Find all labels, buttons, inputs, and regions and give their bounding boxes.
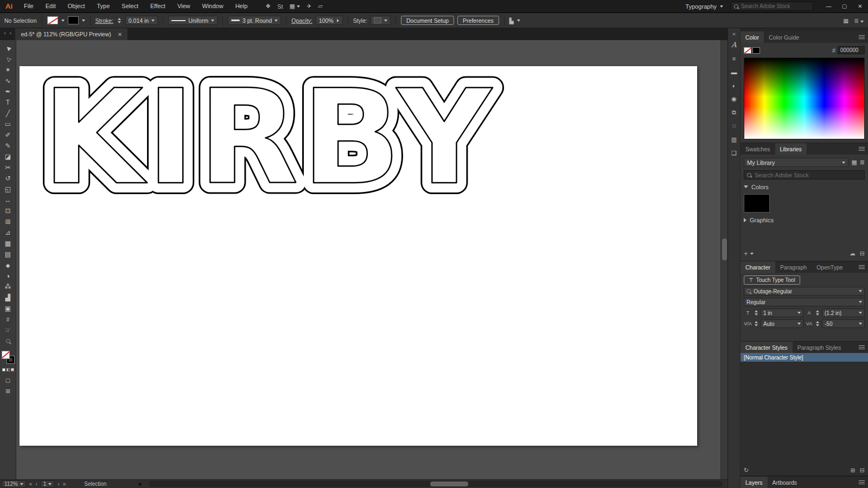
leading-field[interactable]: (1.2 in)	[822, 309, 865, 317]
stroke-label[interactable]: Stroke:	[95, 17, 113, 24]
vertical-scrollbar[interactable]	[720, 40, 727, 479]
tab-color-guide[interactable]: Color Guide	[764, 31, 804, 43]
pen-tool[interactable]: ✒	[1, 86, 15, 97]
menu-window[interactable]: Window	[196, 0, 229, 12]
menu-help[interactable]: Help	[229, 0, 254, 12]
next-artboard-icon[interactable]: ›	[58, 481, 59, 487]
menu-effect[interactable]: Effect	[144, 0, 171, 12]
color-panel-menu-icon[interactable]	[859, 35, 865, 39]
stroke-chevron-icon[interactable]	[82, 20, 85, 22]
stock-search-input[interactable]	[741, 3, 803, 9]
style-swatch-field[interactable]	[371, 16, 391, 25]
align-chevron-icon[interactable]	[517, 20, 520, 22]
draw-mode-icon[interactable]: ▢	[1, 375, 15, 386]
vertical-scrollbar-thumb[interactable]	[722, 239, 727, 260]
libraries-panel-menu-icon[interactable]	[859, 147, 865, 151]
grid-view-icon[interactable]: ▦	[851, 159, 857, 166]
transform-panel-icon[interactable]: ⧉	[728, 106, 741, 119]
library-select[interactable]: My Library	[744, 158, 848, 167]
line-segment-tool[interactable]: ╱	[1, 108, 15, 119]
library-search-field[interactable]: Search Adobe Stock	[744, 170, 865, 179]
fill-none-swatch[interactable]	[744, 47, 751, 54]
gradient-tool[interactable]: ▤	[1, 249, 15, 260]
menu-object[interactable]: Object	[62, 0, 91, 12]
lasso-tool[interactable]: ∿	[1, 75, 15, 86]
new-style-icon[interactable]: ⊞	[851, 467, 856, 474]
stroke-panel-icon[interactable]: ▬	[728, 65, 741, 79]
kerning-stepper[interactable]	[755, 321, 758, 326]
menu-type[interactable]: Type	[91, 0, 116, 12]
tab-opentype[interactable]: OpenType	[812, 261, 847, 273]
list-view-icon[interactable]: ≣	[860, 159, 865, 166]
document-setup-button[interactable]: Document Setup	[401, 16, 454, 25]
colors-section-header[interactable]: Colors	[744, 183, 865, 191]
collapse-panels-icon[interactable]: «	[732, 30, 736, 38]
control-panel-menu-icon[interactable]: ≣	[854, 17, 864, 24]
artboard[interactable]: KIRBY KIRBY KIRBY	[20, 66, 697, 446]
zoom-tool[interactable]	[1, 336, 15, 346]
layers-panel-icon[interactable]: ❏	[728, 146, 741, 160]
font-family-field[interactable]: Outage-Regular	[744, 287, 865, 296]
horizontal-scrollbar-thumb[interactable]	[430, 481, 468, 486]
share-icon[interactable]: ✈	[307, 3, 311, 10]
workspace-switcher[interactable]: Typography	[686, 3, 723, 10]
stroke-weight-field[interactable]: 0.014 in	[125, 16, 158, 25]
graphic-styles-panel-icon[interactable]: ▥	[728, 133, 741, 146]
eraser-tool[interactable]: ◪	[1, 151, 15, 162]
style-list-item[interactable]: [Normal Character Style]	[741, 353, 868, 362]
tab-close-icon[interactable]: ✕	[118, 31, 122, 37]
character-panel-icon[interactable]: A	[728, 38, 741, 52]
horizontal-scrollbar[interactable]	[149, 481, 723, 487]
hand-tool[interactable]: ☞	[1, 325, 15, 336]
stock-icon[interactable]: St	[277, 3, 283, 10]
column-graph-tool[interactable]: ▟	[1, 292, 15, 303]
selection-tool[interactable]: ▶	[1, 43, 15, 54]
tab-paragraph[interactable]: Paragraph	[775, 261, 812, 273]
fill-chevron-icon[interactable]	[61, 20, 65, 22]
none-mode-icon[interactable]	[11, 368, 14, 371]
minimize-button[interactable]: —	[821, 0, 837, 13]
arrange-documents-icon[interactable]: ▦	[290, 3, 300, 10]
menu-file[interactable]: File	[18, 0, 40, 12]
width-tool[interactable]: ↔	[1, 195, 15, 206]
stock-search-box[interactable]	[731, 2, 813, 11]
tab-overflow-right-icon[interactable]: ^	[9, 31, 11, 37]
paragraph-panel-icon[interactable]: ≡	[728, 52, 741, 65]
device-preview-icon[interactable]: ▱	[318, 3, 322, 10]
kerning-field[interactable]: Auto	[761, 319, 803, 328]
first-artboard-icon[interactable]: «	[29, 481, 33, 487]
color-panel-icon[interactable]: ◉	[728, 92, 741, 106]
gradient-panel-icon[interactable]: ◐	[728, 79, 741, 92]
tab-swatches[interactable]: Swatches	[741, 143, 775, 155]
cloud-sync-icon[interactable]: ☁	[850, 250, 856, 257]
magic-wand-tool[interactable]: ✶	[1, 65, 15, 75]
shape-builder-tool[interactable]: ⊞	[1, 216, 15, 227]
zoom-field[interactable]: 112%	[2, 480, 26, 487]
scissors-tool[interactable]: ✂	[1, 162, 15, 173]
add-library-item-icon[interactable]: +	[744, 249, 748, 258]
artboard-number-field[interactable]: 1	[41, 480, 55, 487]
menu-select[interactable]: Select	[116, 0, 144, 12]
rotate-tool[interactable]: ↺	[1, 173, 15, 184]
tab-overflow-left-icon[interactable]: ^	[4, 31, 6, 37]
paintbrush-tool[interactable]: ✐	[1, 130, 15, 140]
stroke-weight-stepper[interactable]	[118, 18, 121, 23]
artboard-tool[interactable]: ▣	[1, 303, 15, 314]
menu-edit[interactable]: Edit	[40, 0, 62, 12]
document-tab[interactable]: ed-5* @ 112% (RGB/GPU Preview) ✕	[15, 28, 127, 40]
fill-swatch[interactable]	[2, 351, 9, 358]
eyedropper-tool[interactable]: ◆	[1, 260, 15, 271]
tab-libraries[interactable]: Libraries	[775, 143, 807, 155]
hex-value-field[interactable]: 000000	[838, 46, 865, 54]
font-size-field[interactable]: 1 in	[761, 309, 803, 317]
perspective-grid-tool[interactable]: ⊿	[1, 227, 15, 238]
library-black-swatch[interactable]	[744, 194, 770, 213]
delete-style-icon[interactable]: ⊟	[860, 467, 865, 474]
screen-mode-icon[interactable]: ⊞	[1, 386, 15, 396]
tab-artboards[interactable]: Artboards	[768, 477, 802, 488]
align-icon[interactable]: ▙	[509, 17, 514, 24]
graphics-section-header[interactable]: Graphics	[744, 216, 865, 224]
type-tool[interactable]: T	[1, 97, 15, 108]
character-panel-menu-icon[interactable]	[859, 265, 865, 269]
kirby-logo[interactable]: KIRBY KIRBY KIRBY	[20, 66, 697, 446]
